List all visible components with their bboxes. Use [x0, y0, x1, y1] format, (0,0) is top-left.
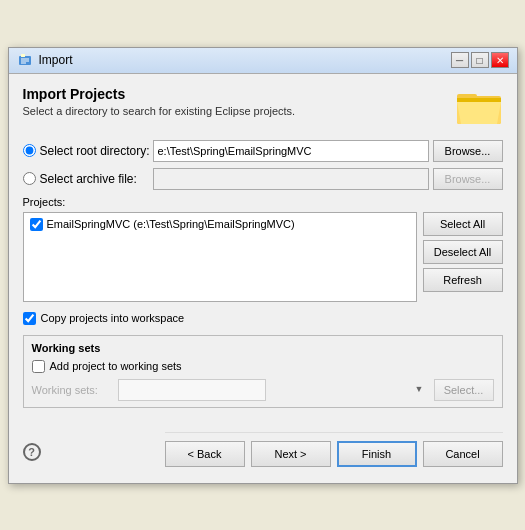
- projects-area: EmailSpringMVC (e:\Test\Spring\EmailSpri…: [23, 212, 503, 302]
- window-icon: [17, 52, 33, 68]
- select-all-button[interactable]: Select All: [423, 212, 503, 236]
- browse-directory-button[interactable]: Browse...: [433, 140, 503, 162]
- cancel-button[interactable]: Cancel: [423, 441, 503, 467]
- working-sets-row: Working sets: ▼ Select...: [32, 379, 494, 401]
- working-sets-group: Working sets Add project to working sets…: [23, 335, 503, 408]
- copy-row: Copy projects into workspace: [23, 312, 503, 325]
- root-directory-radio[interactable]: [23, 144, 36, 157]
- add-to-working-sets-label: Add project to working sets: [50, 360, 182, 372]
- dialog-content: Import Projects Select a directory to se…: [9, 74, 517, 432]
- refresh-button[interactable]: Refresh: [423, 268, 503, 292]
- dialog-subtitle: Select a directory to search for existin…: [23, 105, 296, 117]
- deselect-all-button[interactable]: Deselect All: [423, 240, 503, 264]
- svg-rect-8: [457, 98, 501, 102]
- dropdown-arrow-icon: ▼: [415, 384, 424, 394]
- project-checkbox[interactable]: [30, 218, 43, 231]
- archive-file-input[interactable]: [153, 168, 429, 190]
- add-to-working-sets-checkbox[interactable]: [32, 360, 45, 373]
- dialog-title: Import Projects: [23, 86, 296, 102]
- bottom-buttons: < Back Next > Finish Cancel: [165, 432, 503, 473]
- maximize-button[interactable]: □: [471, 52, 489, 68]
- archive-file-radio[interactable]: [23, 172, 36, 185]
- root-directory-input[interactable]: [153, 140, 429, 162]
- svg-marker-9: [457, 102, 501, 124]
- root-directory-row: Select root directory: Browse...: [23, 140, 503, 162]
- title-bar: Import ─ □ ✕: [9, 48, 517, 74]
- working-sets-input[interactable]: [118, 379, 266, 401]
- project-item-text: EmailSpringMVC (e:\Test\Spring\EmailSpri…: [47, 218, 295, 230]
- next-button[interactable]: Next >: [251, 441, 331, 467]
- projects-buttons: Select All Deselect All Refresh: [423, 212, 503, 302]
- projects-label: Projects:: [23, 196, 503, 208]
- list-item: EmailSpringMVC (e:\Test\Spring\EmailSpri…: [28, 217, 412, 232]
- title-controls: ─ □ ✕: [451, 52, 509, 68]
- working-sets-check-row: Add project to working sets: [32, 360, 494, 373]
- bottom-bar: ? < Back Next > Finish Cancel: [9, 432, 517, 483]
- window-title: Import: [39, 53, 73, 67]
- archive-file-label[interactable]: Select archive file:: [23, 172, 153, 186]
- root-directory-label[interactable]: Select root directory:: [23, 144, 153, 158]
- minimize-button[interactable]: ─: [451, 52, 469, 68]
- svg-rect-1: [21, 54, 25, 57]
- finish-button[interactable]: Finish: [337, 441, 417, 467]
- copy-label: Copy projects into workspace: [41, 312, 185, 324]
- help-button[interactable]: ?: [23, 443, 41, 461]
- working-sets-title: Working sets: [32, 342, 494, 354]
- projects-list[interactable]: EmailSpringMVC (e:\Test\Spring\EmailSpri…: [23, 212, 417, 302]
- back-button[interactable]: < Back: [165, 441, 245, 467]
- browse-archive-button[interactable]: Browse...: [433, 168, 503, 190]
- archive-file-row: Select archive file: Browse...: [23, 168, 503, 190]
- close-button[interactable]: ✕: [491, 52, 509, 68]
- folder-icon: [455, 86, 503, 126]
- working-sets-select-button[interactable]: Select...: [434, 379, 494, 401]
- copy-checkbox[interactable]: [23, 312, 36, 325]
- header-section: Import Projects Select a directory to se…: [23, 86, 503, 126]
- import-dialog: Import ─ □ ✕ Import Projects Select a di…: [8, 47, 518, 484]
- working-sets-field-label: Working sets:: [32, 384, 112, 396]
- header-text: Import Projects Select a directory to se…: [23, 86, 296, 117]
